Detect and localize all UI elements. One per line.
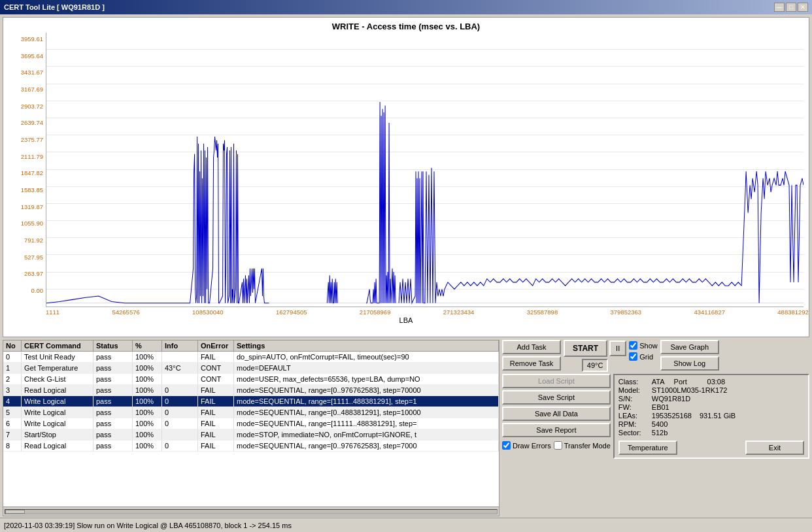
info-sn-row: S/N: WQ91R81D: [618, 395, 804, 403]
rpm-value: 5400: [652, 420, 668, 428]
cell-cmd: Start/Stop: [22, 429, 93, 440]
cell-cmd: Read Logical: [22, 385, 93, 395]
table-section: No CERT Command Status % Info OnError Se…: [3, 340, 499, 516]
minimize-button[interactable]: —: [774, 3, 785, 12]
grid-label: Grid: [639, 353, 653, 361]
cell-onerror: CONT: [198, 374, 234, 384]
leas-value: 1953525168: [652, 412, 692, 420]
col-status: Status: [93, 341, 133, 351]
table-row[interactable]: 7 Start/Stop pass 100% FAIL mode=STOP, i…: [3, 429, 499, 441]
add-task-button[interactable]: Add Task: [502, 340, 561, 354]
load-script-button[interactable]: Load Script: [502, 374, 611, 388]
cell-info: 0: [162, 441, 198, 451]
model-label: Model:: [618, 386, 648, 394]
table-row[interactable]: 1 Get Temperature pass 100% 43°C CONT mo…: [3, 363, 499, 374]
cell-info: [162, 429, 198, 440]
x-tick: 488381292: [777, 308, 809, 316]
window-title: CERT Tool Lite [ WQ91R81D ]: [4, 3, 105, 11]
save-all-data-button[interactable]: Save All Data: [502, 407, 611, 421]
cell-no: 1: [3, 363, 22, 373]
y-tick: 263.97: [6, 270, 43, 277]
start-button[interactable]: START: [564, 340, 607, 357]
temperature-button[interactable]: Temperature: [618, 441, 677, 455]
cell-settings: mode=DEFAULT: [234, 363, 499, 373]
sector-label: Sector:: [618, 429, 648, 437]
cell-cmd: Test Unit Ready: [22, 352, 93, 362]
y-tick: 3431.67: [6, 69, 43, 76]
table-row[interactable]: 5 Write Logical pass 100% 0 FAIL mode=SE…: [3, 407, 499, 418]
x-tick: 217058969: [360, 308, 391, 316]
cell-cmd: Get Temperature: [22, 363, 93, 373]
cell-cmd: Check G-List: [22, 374, 93, 384]
table-scrollbar[interactable]: [3, 507, 499, 516]
sn-label: S/N:: [618, 395, 648, 403]
y-tick: 0.00: [6, 287, 43, 294]
cell-settings: mode=SEQUENTIAL, range=[11111..488381291…: [234, 418, 499, 429]
cell-info: [162, 352, 198, 362]
cell-pct: 100%: [133, 407, 162, 418]
x-tick: 325587898: [527, 308, 558, 316]
save-graph-button[interactable]: Save Graph: [660, 340, 719, 354]
transfer-mode-checkbox[interactable]: [554, 441, 562, 450]
cell-onerror: FAIL: [198, 429, 234, 440]
col-info: Info: [162, 341, 198, 351]
table-header: No CERT Command Status % Info OnError Se…: [3, 341, 499, 352]
remove-task-button[interactable]: Remove Task: [502, 356, 561, 371]
cell-no: 5: [3, 407, 22, 418]
exit-button[interactable]: Exit: [745, 441, 804, 455]
cell-settings: do_spin=AUTO, onFmtCorrupt=FAIL, timeout…: [234, 352, 499, 362]
col-pct: %: [133, 341, 162, 351]
scrollbar-track[interactable]: [5, 509, 498, 514]
draw-errors-label: Draw Errors: [513, 442, 551, 450]
cell-pct: 100%: [133, 385, 162, 395]
col-no: No: [3, 341, 22, 351]
class-value: ATA: [652, 378, 665, 386]
y-tick: 791.92: [6, 237, 43, 244]
sector-value: 512b: [652, 429, 668, 437]
cell-cmd: Write Logical: [22, 418, 93, 429]
close-button[interactable]: ✕: [798, 3, 808, 12]
cell-no: 4: [3, 396, 22, 407]
y-tick: 2375.77: [6, 136, 43, 143]
cell-status: pass: [93, 418, 133, 429]
table-row[interactable]: 0 Test Unit Ready pass 100% FAIL do_spin…: [3, 352, 499, 363]
cell-status: pass: [93, 385, 133, 395]
show-log-button[interactable]: Show Log: [660, 356, 719, 371]
y-tick: 3695.64: [6, 52, 43, 59]
maximize-button[interactable]: □: [786, 3, 796, 12]
leas-label: LEAs:: [618, 412, 648, 420]
port-label: Port: [674, 378, 703, 386]
fw-label: FW:: [618, 403, 648, 411]
right-panel: Add Task Remove Task START II 49°C Show: [502, 340, 809, 516]
x-tick: 54265576: [112, 308, 139, 316]
grid-checkbox[interactable]: [629, 352, 637, 361]
save-report-button[interactable]: Save Report: [502, 423, 611, 437]
table-row[interactable]: 3 Read Logical pass 100% 0 FAIL mode=SEQ…: [3, 385, 499, 396]
show-checkbox[interactable]: [629, 341, 637, 350]
chart-area: WRITE - Access time (msec vs. LBA) 3959.…: [3, 17, 809, 337]
chart-inner: 3959.61 3695.64 3431.67 3167.69 2903.72 …: [3, 33, 809, 307]
col-onerror: OnError: [198, 341, 234, 351]
x-axis: 1111 54265576 108530040 162794505 217058…: [3, 307, 809, 316]
table-row-selected[interactable]: 4 Write Logical pass 100% 0 FAIL mode=SE…: [3, 396, 499, 407]
scrollbar-thumb[interactable]: [5, 510, 25, 514]
title-bar: CERT Tool Lite [ WQ91R81D ] — □ ✕: [0, 0, 812, 14]
cell-status: pass: [93, 396, 133, 407]
save-script-button[interactable]: Save Script: [502, 390, 611, 405]
table-body[interactable]: 0 Test Unit Ready pass 100% FAIL do_spin…: [3, 352, 499, 507]
pause-button[interactable]: II: [609, 341, 626, 356]
sn-value: WQ91R81D: [652, 395, 690, 403]
draw-errors-checkbox[interactable]: [502, 441, 511, 450]
cell-status: pass: [93, 429, 133, 440]
col-cmd: CERT Command: [22, 341, 93, 351]
table-row[interactable]: 2 Check G-List pass 100% CONT mode=USER,…: [3, 374, 499, 385]
cell-info: 43°C: [162, 363, 198, 373]
cell-no: 0: [3, 352, 22, 362]
table-row[interactable]: 8 Read Logical pass 100% 0 FAIL mode=SEQ…: [3, 441, 499, 452]
main-content: WRITE - Access time (msec vs. LBA) 3959.…: [0, 14, 812, 532]
rpm-label: RPM:: [618, 420, 648, 428]
cell-info: 0: [162, 385, 198, 395]
table-row[interactable]: 6 Write Logical pass 100% 0 FAIL mode=SE…: [3, 418, 499, 429]
x-tick: 1111: [46, 308, 59, 316]
cell-onerror: FAIL: [198, 407, 234, 418]
